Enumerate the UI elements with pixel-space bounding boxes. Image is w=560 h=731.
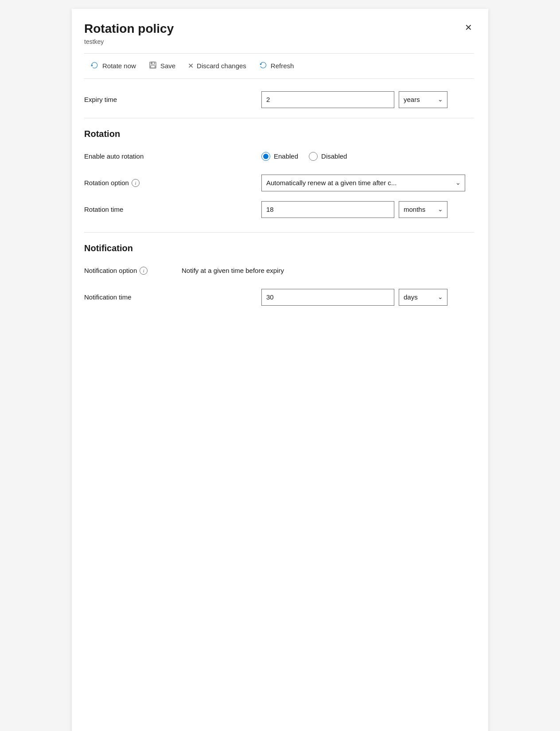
expiry-unit-dropdown-wrapper: days months years (399, 91, 447, 108)
save-label: Save (160, 62, 175, 70)
svg-rect-2 (151, 66, 155, 68)
notification-time-controls: days months years (261, 289, 474, 306)
close-icon: ✕ (465, 23, 472, 32)
expiry-time-input[interactable] (261, 91, 394, 108)
notification-time-input[interactable] (261, 289, 394, 306)
panel-title: Rotation policy (84, 21, 174, 36)
expiry-time-controls: days months years (261, 91, 474, 108)
notification-option-row: Notification option i Notify at a given … (84, 262, 474, 279)
divider-2 (84, 232, 474, 233)
refresh-icon (259, 61, 268, 71)
discard-button[interactable]: ✕ Discard changes (182, 59, 253, 73)
rotation-time-input[interactable] (261, 201, 394, 218)
rotate-icon (89, 59, 101, 73)
rotate-now-button[interactable]: Rotate now (84, 58, 142, 74)
disabled-label: Disabled (321, 152, 347, 160)
notification-section-heading: Notification (84, 243, 474, 253)
rotation-option-info-icon[interactable]: i (132, 179, 140, 187)
divider-1 (84, 118, 474, 118)
refresh-label: Refresh (271, 62, 294, 70)
rotation-option-dropdown[interactable]: Automatically renew at a given time afte… (261, 175, 465, 191)
discard-icon: ✕ (188, 62, 194, 70)
notification-option-value: Notify at a given time before expiry (182, 267, 284, 274)
rotation-time-controls: days months years (261, 201, 474, 218)
notification-time-label: Notification time (84, 293, 182, 301)
rotation-section-heading: Rotation (84, 129, 474, 139)
notification-time-row: Notification time days months years (84, 289, 474, 306)
svg-rect-1 (151, 62, 155, 64)
discard-label: Discard changes (197, 62, 246, 70)
enabled-label: Enabled (274, 152, 298, 160)
auto-rotation-radio-group: Enabled Disabled (261, 152, 347, 161)
enabled-radio-label[interactable]: Enabled (261, 152, 298, 161)
rotation-option-dropdown-wrapper: Automatically renew at a given time afte… (261, 175, 465, 191)
rotation-option-controls: Automatically renew at a given time afte… (261, 175, 474, 191)
expiry-time-label: Expiry time (84, 96, 182, 103)
rotation-option-row: Rotation option i Automatically renew at… (84, 175, 474, 191)
rotation-section: Rotation Enable auto rotation Enabled Di… (84, 129, 474, 218)
save-icon (148, 61, 157, 71)
rotation-time-label: Rotation time (84, 206, 182, 213)
expiry-unit-dropdown[interactable]: days months years (399, 91, 447, 108)
enabled-radio[interactable] (261, 152, 270, 161)
rotation-time-row: Rotation time days months years (84, 201, 474, 218)
panel-header: Rotation policy ✕ (84, 21, 474, 36)
notification-option-label: Notification option i (84, 267, 182, 275)
toolbar: Rotate now Save ✕ Discard changes (84, 53, 474, 79)
rotation-policy-panel: Rotation policy ✕ testkey Rotate now (72, 9, 488, 731)
panel-subtitle: testkey (84, 38, 474, 45)
expiry-time-row: Expiry time days months years (84, 91, 474, 108)
notification-time-unit-wrapper: days months years (399, 289, 447, 306)
auto-rotation-controls: Enabled Disabled (261, 152, 474, 161)
disabled-radio[interactable] (309, 152, 318, 161)
rotation-option-label: Rotation option i (84, 179, 182, 187)
close-button[interactable]: ✕ (463, 21, 474, 34)
rotation-time-unit-wrapper: days months years (399, 201, 447, 218)
disabled-radio-label[interactable]: Disabled (309, 152, 347, 161)
save-button[interactable]: Save (142, 58, 182, 74)
auto-rotation-row: Enable auto rotation Enabled Disabled (84, 148, 474, 165)
notification-section: Notification Notification option i Notif… (84, 243, 474, 306)
auto-rotation-label: Enable auto rotation (84, 152, 182, 160)
rotation-time-unit-dropdown[interactable]: days months years (399, 201, 447, 218)
refresh-button[interactable]: Refresh (253, 58, 300, 74)
notification-time-unit-dropdown[interactable]: days months years (399, 289, 447, 306)
notification-option-info-icon[interactable]: i (140, 267, 148, 275)
rotate-now-label: Rotate now (102, 62, 136, 70)
